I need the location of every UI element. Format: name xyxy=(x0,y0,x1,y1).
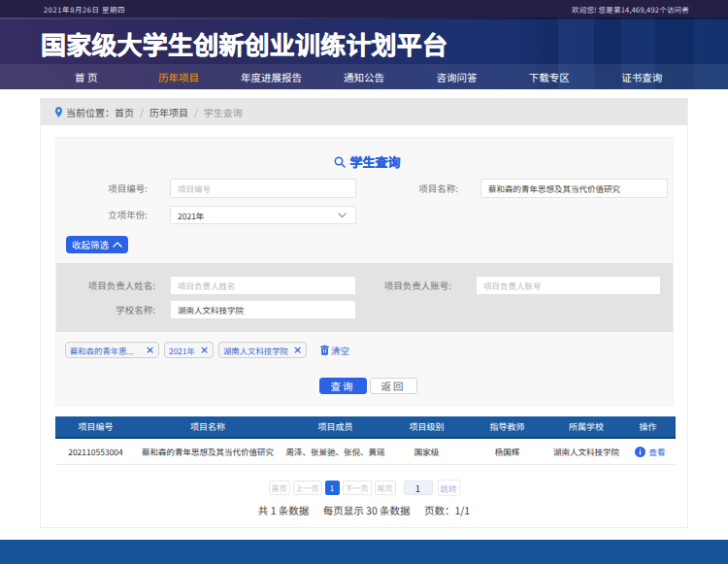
project-code-label: 项目编号: xyxy=(56,179,148,198)
breadcrumb-separator: / xyxy=(194,105,198,119)
year-label: 立项年份: xyxy=(56,206,148,224)
results-table: 项目编号 项目名称 项目成员 项目级别 指导教师 所属学校 操作 2021105… xyxy=(55,416,674,465)
search-title: 学生查询 xyxy=(56,138,673,171)
pagination: 首页 上一页 1 下一页 尾页 跳转 xyxy=(41,480,687,496)
leader-account-input[interactable] xyxy=(476,276,661,295)
breadcrumb: 当前位置：首页 / 历年项目 / 学生查询 xyxy=(41,98,687,125)
view-link[interactable]: 查看 xyxy=(620,439,676,465)
col-school: 所属学校 xyxy=(552,416,620,439)
page-last-button[interactable]: 尾页 xyxy=(375,481,396,495)
year-select[interactable]: 2021年 xyxy=(170,206,356,224)
col-action: 操作 xyxy=(620,416,676,439)
col-level: 项目级别 xyxy=(391,416,462,439)
page-next-button[interactable]: 下一页 xyxy=(343,481,372,495)
breadcrumb-home[interactable]: 首页 xyxy=(115,105,134,119)
filter-tags: 蔡和森的青年思...× 2021年× 湖南人文科技学院× 清空 xyxy=(65,342,673,358)
project-name-input[interactable] xyxy=(480,179,668,198)
col-project-code: 项目编号 xyxy=(55,416,136,439)
chevron-down-icon xyxy=(338,213,347,218)
summary-per-page: 每页显示 30 条数据 xyxy=(323,503,411,517)
site-header: 国家级大学生创新创业训练计划平台 首 页 历年项目 年度进展报告 通知公告 咨询… xyxy=(0,17,728,89)
info-icon xyxy=(635,447,645,457)
cell-project-code: 202110553004 xyxy=(55,439,136,465)
nav-item-home[interactable]: 首 页 xyxy=(40,64,132,89)
cell-school: 湖南人文科技学院 xyxy=(552,439,620,465)
filter-tag: 2021年× xyxy=(164,342,214,358)
nav-item-qa[interactable]: 咨询问答 xyxy=(411,64,503,89)
school-name-input[interactable] xyxy=(170,300,356,319)
collapse-filter-button[interactable]: 收起筛选 xyxy=(66,236,128,253)
cell-teacher: 杨国辉 xyxy=(462,439,552,465)
leader-name-input[interactable] xyxy=(170,276,356,295)
date-text: 2021年8月26日 星期四 xyxy=(44,4,125,15)
breadcrumb-section[interactable]: 历年项目 xyxy=(149,105,188,119)
main-container: 当前位置：首页 / 历年项目 / 学生查询 学生查询 项目编号: 项目名称: 立… xyxy=(40,98,688,528)
breadcrumb-separator: / xyxy=(140,105,144,119)
page-first-button[interactable]: 首页 xyxy=(269,481,290,495)
advanced-filter-panel: 项目负责人姓名: 项目负责人账号: 学校名称: xyxy=(56,263,673,332)
summary-pages: 页数：1/1 xyxy=(424,503,470,517)
nav-item-annual-report[interactable]: 年度进展报告 xyxy=(225,64,317,89)
results-summary: 共 1 条数据 每页显示 30 条数据 页数：1/1 xyxy=(41,503,687,517)
remove-tag-icon[interactable]: × xyxy=(293,346,302,354)
cell-members: 周泽、张景驰、张倪、黄瑶 xyxy=(280,439,391,465)
remove-tag-icon[interactable]: × xyxy=(146,346,154,354)
summary-total: 共 1 条数据 xyxy=(258,503,310,517)
col-teacher: 指导教师 xyxy=(462,416,552,439)
leader-name-label: 项目负责人姓名: xyxy=(56,276,155,295)
project-name-label: 项目名称: xyxy=(356,179,458,198)
page-jump-button[interactable]: 跳转 xyxy=(438,480,460,496)
table-header-row: 项目编号 项目名称 项目成员 项目级别 指导教师 所属学校 操作 xyxy=(55,416,674,439)
site-title: 国家级大学生创新创业训练计划平台 xyxy=(41,31,447,56)
cell-project-name: 蔡和森的青年思想及其当代价值研究 xyxy=(136,439,280,465)
location-pin-icon xyxy=(55,107,62,117)
filter-tag: 蔡和森的青年思...× xyxy=(65,342,159,358)
cell-level: 国家级 xyxy=(391,439,462,465)
nav-item-downloads[interactable]: 下载专区 xyxy=(503,64,595,89)
search-icon xyxy=(334,156,346,168)
form-actions: 查询 返回 xyxy=(56,378,673,394)
nav-item-notices[interactable]: 通知公告 xyxy=(317,64,410,89)
page-prev-button[interactable]: 上一页 xyxy=(293,481,322,495)
top-bar: 2021年8月26日 星期四 欢迎您! 您是第14,469,492个访问者 xyxy=(0,0,728,17)
clear-filters-button[interactable]: 清空 xyxy=(320,344,349,357)
table-row: 202110553004 蔡和森的青年思想及其当代价值研究 周泽、张景驰、张倪、… xyxy=(55,439,674,465)
school-name-label: 学校名称: xyxy=(56,300,155,319)
remove-tag-icon[interactable]: × xyxy=(200,346,209,354)
back-button[interactable]: 返回 xyxy=(370,378,417,394)
welcome-text: 欢迎您! 您是第14,469,492个访问者 xyxy=(572,4,689,15)
nav-item-certificate[interactable]: 证书查询 xyxy=(596,64,688,89)
breadcrumb-prefix: 当前位置： xyxy=(66,105,115,119)
chevron-up-icon xyxy=(113,242,122,248)
trash-icon xyxy=(320,345,329,355)
search-button[interactable]: 查询 xyxy=(319,378,367,394)
page-footer xyxy=(0,540,728,564)
filter-tag: 湖南人文科技学院× xyxy=(218,342,307,358)
breadcrumb-current: 学生查询 xyxy=(204,105,243,119)
nav-item-past-projects[interactable]: 历年项目 xyxy=(132,64,224,89)
page-number-current[interactable]: 1 xyxy=(325,481,340,495)
project-code-input[interactable] xyxy=(170,179,356,198)
col-project-name: 项目名称 xyxy=(136,416,280,439)
col-members: 项目成员 xyxy=(280,416,391,439)
page-jump-input[interactable] xyxy=(404,481,433,495)
main-nav: 首 页 历年项目 年度进展报告 通知公告 咨询问答 下载专区 证书查询 xyxy=(0,64,728,89)
leader-account-label: 项目负责人账号: xyxy=(356,276,451,295)
search-card: 学生查询 项目编号: 项目名称: 立项年份: 2021年 收起筛选 xyxy=(55,137,674,406)
